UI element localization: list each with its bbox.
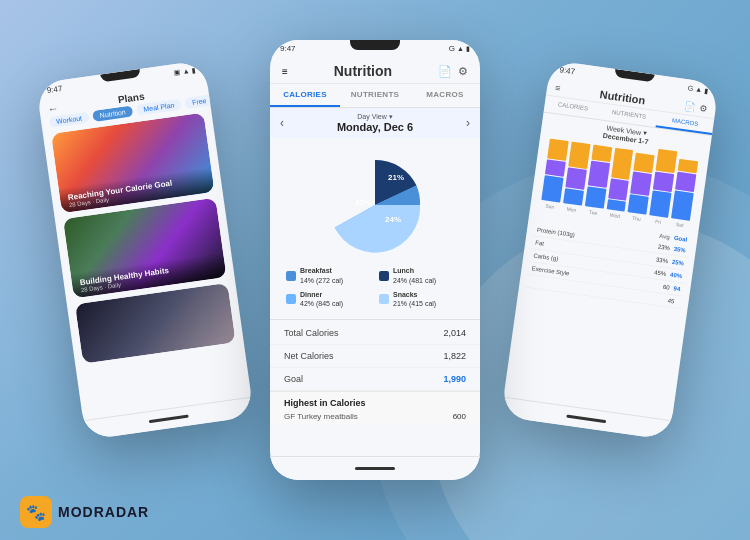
wifi-icon: ▲ bbox=[182, 67, 190, 75]
macros-col-goal: Goal bbox=[674, 235, 688, 243]
highest-title: Highest in Calories bbox=[284, 398, 466, 408]
settings-icon[interactable]: ⚙ bbox=[458, 65, 468, 78]
left-status-time: 9:47 bbox=[46, 84, 63, 95]
stats-divider bbox=[270, 319, 480, 320]
center-g-icon: G bbox=[449, 44, 455, 53]
center-app-header: ≡ Nutrition 📄 ⚙ bbox=[270, 57, 480, 84]
net-calories-value: 1,822 bbox=[443, 351, 466, 361]
bar-fri-seg2 bbox=[653, 172, 674, 192]
breakfast-legend-text: Breakfast 14% (272 cal) bbox=[300, 266, 343, 286]
bar-thu-seg3 bbox=[628, 194, 649, 214]
tab-macros[interactable]: MACROS bbox=[410, 84, 480, 107]
phone-center: 9:47 G ▲ ▮ ≡ Nutrition 📄 ⚙ CALORIES NUTR… bbox=[270, 40, 480, 480]
bar-fri-label: Fri bbox=[655, 218, 662, 225]
battery-icon: ▮ bbox=[191, 66, 196, 74]
bar-fri-seg3 bbox=[650, 190, 672, 217]
lunch-pct-cal: 24% (481 cal) bbox=[393, 277, 436, 284]
right-document-icon[interactable]: 📄 bbox=[684, 101, 696, 112]
protein-sep bbox=[671, 246, 672, 252]
snacks-slice bbox=[335, 205, 420, 253]
goal-value: 1,990 bbox=[443, 374, 466, 384]
snacks-legend-text: Snacks 21% (415 cal) bbox=[393, 290, 436, 310]
bar-sat-seg1 bbox=[678, 159, 698, 174]
macros-col-avg: Avg bbox=[659, 233, 671, 240]
next-date-arrow[interactable]: › bbox=[466, 116, 470, 130]
exercise-col2: 60 bbox=[663, 284, 670, 291]
legend-dinner: Dinner 42% (845 cal) bbox=[286, 290, 371, 310]
phone-right: 9:47 G ▲ ▮ ≡ Nutrition 📄 ⚙ CALORIES NUTR… bbox=[501, 60, 719, 440]
right-status-icons: G ▲ ▮ bbox=[687, 84, 708, 95]
bar-mon-seg3 bbox=[563, 188, 584, 205]
bar-sun-seg3 bbox=[541, 175, 563, 202]
right-battery-icon: ▮ bbox=[704, 86, 709, 94]
goal-label: Goal bbox=[284, 374, 303, 384]
legend-lunch: Lunch 24% (481 cal) bbox=[379, 266, 464, 286]
bar-thu-label: Thu bbox=[632, 215, 641, 222]
left-back-icon[interactable]: ← bbox=[47, 102, 60, 115]
highest-item: GF Turkey meatballs 600 bbox=[284, 412, 466, 421]
prev-date-arrow[interactable]: ‹ bbox=[280, 116, 284, 130]
plan-card-2[interactable]: Building Healthy Habits 28 Days · Daily bbox=[63, 198, 227, 299]
left-status-icons: ▣ ▲ ▮ bbox=[173, 66, 196, 77]
document-icon[interactable]: 📄 bbox=[438, 65, 452, 78]
bar-tue-seg2 bbox=[588, 160, 610, 187]
date-nav: ‹ Day View ▾ Monday, Dec 6 › bbox=[270, 108, 480, 138]
total-calories-row: Total Calories 2,014 bbox=[270, 322, 480, 345]
right-settings-icon[interactable]: ⚙ bbox=[699, 103, 708, 114]
plan-card-3[interactable] bbox=[75, 283, 236, 364]
bar-wed-seg1 bbox=[611, 148, 634, 180]
lunch-label: 21% bbox=[388, 173, 404, 182]
total-calories-value: 2,014 bbox=[443, 328, 466, 338]
bar-thu-seg1 bbox=[634, 153, 655, 173]
carbs-goal: 40% bbox=[670, 272, 683, 280]
carbs-avg: 45% bbox=[654, 269, 667, 277]
snacks-label-pct: 24% bbox=[385, 215, 401, 224]
bar-sat-label: Sat bbox=[676, 221, 684, 228]
highest-item-name: GF Turkey meatballs bbox=[284, 412, 358, 421]
net-calories-row: Net Calories 1,822 bbox=[270, 345, 480, 368]
phone-left: 9:47 ▣ ▲ ▮ ← Plans Workout Nutrition Mea… bbox=[36, 60, 254, 440]
left-home-indicator bbox=[149, 415, 189, 424]
exercise-col3: 94 bbox=[673, 285, 680, 292]
brand-icon: 🐾 bbox=[20, 496, 52, 528]
center-home-indicator bbox=[355, 467, 395, 470]
breakfast-dot bbox=[286, 271, 296, 281]
carbs-sep bbox=[668, 271, 669, 277]
bar-sun-label: Sun bbox=[545, 203, 555, 210]
tab-calories[interactable]: CALORIES bbox=[270, 84, 340, 107]
lunch-label-text: Lunch bbox=[393, 267, 414, 274]
total-calories-label: Total Calories bbox=[284, 328, 339, 338]
bar-sat-stack bbox=[671, 159, 698, 221]
branding: 🐾 MODRADAR bbox=[20, 496, 149, 528]
right-hamburger-icon[interactable]: ≡ bbox=[554, 83, 561, 94]
center-status-icons: G ▲ ▮ bbox=[449, 44, 470, 53]
fat-avg: 33% bbox=[656, 257, 669, 265]
dinner-pct-cal: 42% (845 cal) bbox=[300, 300, 343, 307]
right-wifi-icon: ▲ bbox=[695, 85, 703, 93]
snacks-dot bbox=[379, 294, 389, 304]
legend-breakfast: Breakfast 14% (272 cal) bbox=[286, 266, 371, 286]
center-notch bbox=[350, 40, 400, 50]
left-bottom-nav bbox=[83, 397, 254, 440]
lunch-legend-text: Lunch 24% (481 cal) bbox=[393, 266, 436, 286]
right-home-indicator bbox=[566, 415, 606, 424]
fat-sep bbox=[670, 258, 671, 264]
left-plans-title: Plans bbox=[117, 90, 145, 105]
protein-goal: 35% bbox=[673, 246, 686, 254]
net-calories-label: Net Calories bbox=[284, 351, 334, 361]
date-value: Monday, Dec 6 bbox=[337, 121, 413, 133]
brand-icon-symbol: 🐾 bbox=[26, 503, 46, 522]
bar-sun-seg1 bbox=[547, 139, 568, 161]
extra-col3 bbox=[678, 299, 679, 305]
legend-grid: Breakfast 14% (272 cal) Lunch 24% (481 c… bbox=[270, 266, 480, 317]
hamburger-icon[interactable]: ≡ bbox=[282, 66, 288, 77]
signal-icon: ▣ bbox=[173, 68, 181, 77]
bar-tue-seg1 bbox=[591, 145, 612, 162]
extra-col2: 45 bbox=[667, 298, 674, 305]
date-view-label[interactable]: Day View ▾ bbox=[337, 113, 413, 121]
bar-tue-seg3 bbox=[585, 186, 606, 208]
tab-nutrients[interactable]: NUTRIENTS bbox=[340, 84, 410, 107]
breakfast-label-text: Breakfast bbox=[300, 267, 332, 274]
dinner-label-text: Dinner bbox=[300, 291, 322, 298]
snacks-pct-cal: 21% (415 cal) bbox=[393, 300, 436, 307]
